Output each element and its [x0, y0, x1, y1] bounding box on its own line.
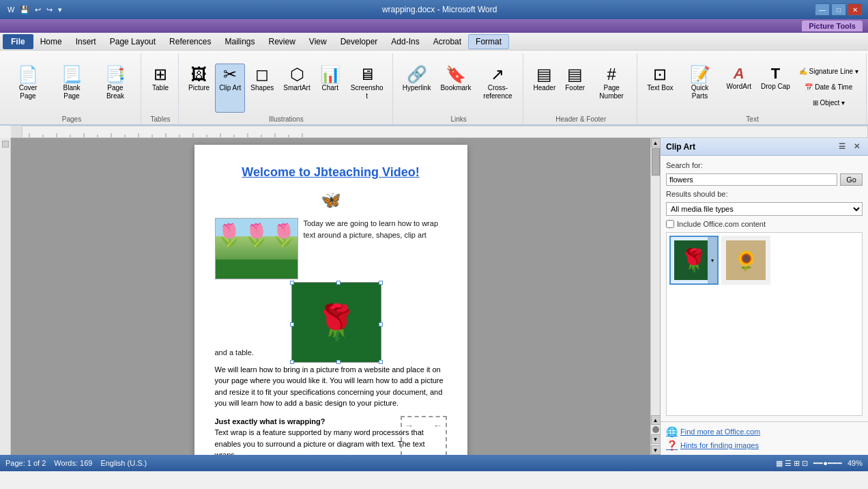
document-paragraph-1: We will learn how to bring in a picture …: [215, 364, 447, 409]
signature-line-button[interactable]: ✍ Signature Line ▾: [796, 64, 862, 79]
search-label: Search for:: [666, 161, 703, 169]
find-more-label: Find more at Office.com: [680, 428, 760, 436]
menu-acrobat[interactable]: Acrobat: [426, 34, 468, 49]
footer-button[interactable]: ▤ Footer: [561, 64, 589, 113]
find-more-link[interactable]: 🌐 Find more at Office.com: [666, 426, 863, 437]
handle-br[interactable]: [379, 360, 383, 364]
menu-add-ins[interactable]: Add-Ins: [384, 34, 426, 49]
clip-art-button[interactable]: ✂ Clip Art: [215, 64, 245, 113]
wordart-icon: A: [734, 66, 744, 81]
customize-btn[interactable]: ▾: [56, 4, 64, 16]
doc-scrollbar[interactable]: ▲ ▲ ▼ ▼: [650, 138, 660, 455]
prev-page-btn[interactable]: ▲: [651, 415, 661, 425]
menu-file[interactable]: File: [3, 34, 33, 49]
scroll-up-btn[interactable]: ▲: [651, 138, 661, 148]
menu-format[interactable]: Format: [468, 34, 509, 49]
scroll-down-btn[interactable]: ▼: [651, 445, 661, 455]
save-btn[interactable]: 💾: [18, 4, 31, 16]
include-checkbox[interactable]: [666, 220, 674, 228]
object-button[interactable]: ⊞ Object ▾: [796, 95, 862, 110]
search-input[interactable]: [666, 173, 837, 186]
picture-icon: 🖼: [191, 66, 207, 83]
smart-art-button[interactable]: ⬡ SmartArt: [279, 64, 314, 113]
maximize-button[interactable]: □: [831, 3, 846, 16]
blank-page-button[interactable]: 📃 Blank Page: [50, 64, 93, 113]
result-dropdown[interactable]: ▾: [708, 237, 717, 283]
document-area[interactable]: Welcome to Jbteaching Video! 🦋 🌷🌷🌷 Today…: [11, 138, 650, 455]
panel-menu-btn[interactable]: ☰: [836, 141, 848, 152]
picture-button[interactable]: 🖼 Picture: [184, 64, 214, 113]
search-input-row: Go: [666, 173, 863, 186]
hyperlink-button[interactable]: 🔗 Hyperlink: [399, 64, 435, 113]
object-label: ⊞ Object ▾: [813, 99, 845, 107]
date-time-button[interactable]: 📅 Date & Time: [796, 79, 862, 94]
result-item-hand[interactable]: 🌻: [721, 236, 770, 285]
go-button[interactable]: Go: [840, 173, 863, 186]
rose-image-container: 🌹 and a table.: [215, 282, 255, 359]
chart-button[interactable]: 📊 Chart: [316, 64, 345, 113]
text-group-label: Text: [643, 115, 862, 123]
handle-mr[interactable]: [379, 322, 383, 326]
zoom-slider[interactable]: ━━●━━━: [813, 459, 842, 468]
window-title: wrapping.docx - Microsoft Word: [64, 5, 815, 14]
hyperlink-icon: 🔗: [407, 66, 427, 83]
menu-review[interactable]: Review: [261, 34, 302, 49]
handle-tm[interactable]: [336, 281, 341, 285]
menu-developer[interactable]: Developer: [334, 34, 385, 49]
drop-cap-button[interactable]: T Drop Cap: [757, 64, 794, 113]
document-title: Welcome to Jbteaching Video!: [215, 165, 447, 180]
menu-references[interactable]: References: [162, 34, 218, 49]
status-right: ▦ ☰ ⊞ ⊡ ━━●━━━ 49%: [776, 459, 863, 468]
left-sidebar: [0, 138, 11, 455]
results-select[interactable]: All media file types: [666, 202, 863, 216]
quick-parts-button[interactable]: 📝 Quick Parts: [679, 64, 721, 113]
page-dot: [652, 426, 659, 433]
next-page-btn[interactable]: ▼: [651, 434, 661, 444]
sidebar-top-btn[interactable]: [2, 141, 9, 148]
result-item-rose[interactable]: 🌹 ▾: [669, 236, 719, 285]
menu-page-layout[interactable]: Page Layout: [103, 34, 162, 49]
quick-parts-icon: 📝: [690, 66, 710, 83]
rose-image[interactable]: 🌹: [291, 282, 381, 363]
handle-tr[interactable]: [379, 281, 383, 285]
panel-close-btn[interactable]: ✕: [851, 141, 863, 152]
menu-view[interactable]: View: [302, 34, 334, 49]
scroll-track[interactable]: [651, 148, 661, 414]
shapes-button[interactable]: ◻ Shapes: [246, 64, 278, 113]
handle-bl[interactable]: [290, 360, 294, 364]
header-icon: ▤: [536, 66, 552, 83]
handle-tl[interactable]: [290, 281, 294, 285]
header-button[interactable]: ▤ Header: [529, 64, 560, 113]
scroll-thumb[interactable]: [652, 148, 660, 176]
ruler-marks: [23, 126, 867, 139]
results-select-row: All media file types: [666, 202, 863, 216]
menu-home[interactable]: Home: [33, 34, 69, 49]
illustrations-buttons: 🖼 Picture ✂ Clip Art ◻ Shapes ⬡ SmartArt…: [184, 56, 388, 113]
handle-ml[interactable]: [290, 322, 294, 326]
cross-reference-button[interactable]: ↗ Cross-reference: [476, 64, 519, 113]
cover-page-button[interactable]: 📄 Cover Page: [7, 64, 49, 113]
page-break-button[interactable]: 📑 Page Break: [94, 64, 136, 113]
text-box-button[interactable]: ⊡ Text Box: [643, 64, 677, 113]
menu-mailings[interactable]: Mailings: [218, 34, 261, 49]
menu-insert[interactable]: Insert: [69, 34, 103, 49]
clip-art-header-controls: ☰ ✕: [836, 141, 863, 152]
screenshot-button[interactable]: 🖥 Screenshot: [346, 64, 388, 113]
window-controls: — □ ✕: [815, 3, 863, 16]
minimize-button[interactable]: —: [815, 3, 830, 16]
results-grid: 🌹 ▾ 🌻: [666, 232, 863, 416]
drop-cap-icon: T: [771, 66, 780, 81]
undo-btn[interactable]: ↩: [33, 4, 43, 16]
view-btns[interactable]: ▦ ☰ ⊞ ⊡: [776, 459, 808, 468]
close-button[interactable]: ✕: [848, 3, 863, 16]
page-break-label: Page Break: [98, 84, 132, 100]
hints-link[interactable]: ❓ Hints for finding images: [666, 440, 863, 451]
date-time-label: 📅 Date & Time: [805, 83, 852, 91]
handle-bm[interactable]: [336, 360, 341, 364]
page-number-button[interactable]: # Page Number: [590, 64, 633, 113]
wordart-button[interactable]: A WordArt: [723, 64, 756, 113]
redo-btn[interactable]: ↪: [44, 4, 55, 16]
bookmark-button[interactable]: 🔖 Bookmark: [436, 64, 475, 113]
table-button[interactable]: ⊞ Table: [147, 64, 174, 113]
clip-art-header: Clip Art ☰ ✕: [661, 138, 868, 156]
